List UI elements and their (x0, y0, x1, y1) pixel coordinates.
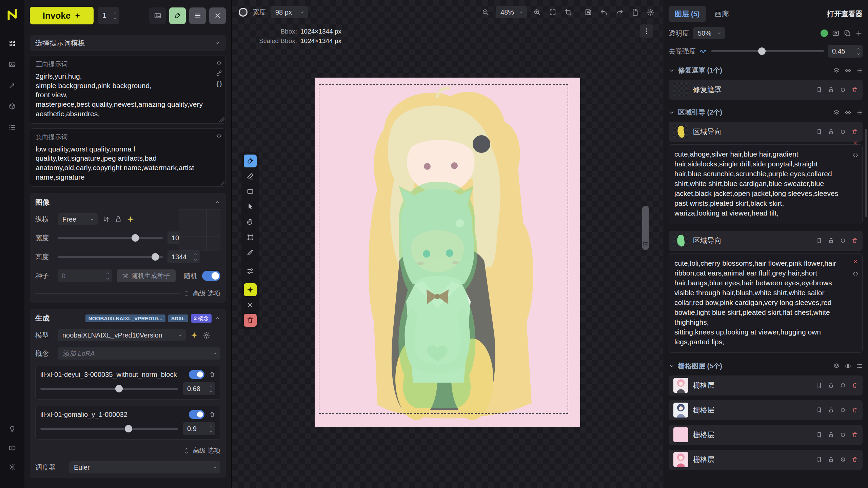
width-slider-knob[interactable] (132, 234, 139, 242)
resize-grip[interactable] (219, 180, 224, 185)
collapse-icon[interactable] (214, 315, 220, 321)
lock-aspect-icon[interactable] (115, 216, 122, 223)
lock-icon[interactable] (828, 456, 834, 463)
open-viewer-button[interactable]: 打开查看器 (827, 9, 863, 19)
merge-layers-icon[interactable] (833, 67, 840, 74)
visibility-icon[interactable] (845, 109, 851, 116)
section-menu-icon[interactable] (856, 67, 863, 74)
code-icon[interactable] (216, 133, 222, 139)
raster-layer-row[interactable]: 栅格层 (669, 425, 863, 445)
raster-layer-row[interactable]: 栅格层 (669, 400, 863, 420)
lock-icon[interactable] (828, 238, 834, 244)
rail-tab-gallery[interactable] (5, 58, 19, 71)
height-slider[interactable] (58, 250, 163, 263)
enabled-icon[interactable] (840, 407, 846, 413)
denoise-input[interactable]: 0.45 (828, 45, 863, 58)
code-icon[interactable] (216, 60, 222, 66)
delete-layer-icon[interactable] (852, 382, 858, 388)
tab-layers[interactable]: 图层 (5) (669, 6, 706, 22)
rail-tab-upscaling[interactable] (5, 79, 19, 92)
frame-icon[interactable] (832, 29, 840, 37)
delete-layer-icon[interactable] (852, 129, 858, 135)
negative-prompt-text[interactable]: low quality,worst quality,norma l qualit… (36, 144, 208, 182)
lock-icon[interactable] (828, 129, 834, 135)
layer-color-indicator[interactable] (821, 29, 828, 37)
random-seed-button[interactable]: 随机生成种子 (117, 269, 176, 282)
collapse-icon[interactable] (214, 199, 220, 205)
enabled-icon[interactable] (840, 382, 846, 388)
delete-prompt-icon[interactable] (852, 259, 859, 266)
delete-layer-icon[interactable] (852, 87, 858, 93)
bookmark-icon[interactable] (816, 407, 822, 413)
merge-layers-icon[interactable] (833, 109, 840, 116)
regional-prompt-box[interactable]: cute,ahoge,silver hair,blue hair,gradien… (669, 144, 863, 224)
prompt-template-select[interactable]: 选择提示词模板 (30, 35, 226, 51)
cancel-queue-button[interactable] (209, 7, 226, 24)
iterations-steppers[interactable] (113, 11, 117, 21)
width-slider[interactable] (58, 231, 163, 244)
lora-weight-knob[interactable] (125, 425, 132, 432)
inpaint-mask-layer-row[interactable]: 修复遮罩 (669, 80, 863, 100)
canvas-menu-button[interactable] (640, 24, 653, 38)
optimize-size-icon[interactable] (127, 216, 134, 223)
code-icon[interactable] (852, 271, 859, 278)
height-input[interactable]: 1344 (167, 250, 200, 263)
transform-tool-button[interactable] (244, 231, 257, 244)
bookmark-icon[interactable] (816, 382, 822, 388)
undo-icon[interactable] (600, 8, 608, 16)
enabled-icon[interactable] (840, 432, 846, 438)
panel-resize-handle[interactable] (642, 206, 649, 250)
lora-weight-input[interactable]: 0.9 (183, 422, 215, 435)
model-sparkle-icon[interactable] (191, 331, 198, 339)
regional-layer-row[interactable]: 区域导向 (669, 122, 863, 142)
advanced-options-button[interactable]: 高级 选项 (193, 289, 220, 298)
lock-icon[interactable] (828, 382, 834, 388)
delete-prompt-icon[interactable] (852, 140, 859, 147)
section-menu-icon[interactable] (856, 109, 863, 116)
tab-gallery[interactable]: 画廊 (709, 6, 735, 22)
delete-layer-button[interactable] (244, 314, 257, 327)
eraser-tool-button[interactable] (244, 170, 257, 183)
rect-tool-button[interactable] (244, 185, 257, 198)
denoise-curve-icon[interactable] (700, 47, 707, 55)
add-lora-select[interactable]: 添加 LoRA (58, 347, 220, 360)
regional-prompt-box[interactable]: cute,loli,cherry blossoms,hair flower,pi… (669, 253, 863, 353)
rail-tab-queue[interactable] (5, 121, 19, 134)
new-layer-icon[interactable] (631, 8, 639, 16)
lora-enabled-toggle[interactable] (189, 370, 204, 379)
rail-tab-generation[interactable] (5, 37, 19, 50)
settings-button[interactable] (5, 460, 19, 474)
zoom-in-icon[interactable] (533, 8, 541, 16)
add-layer-icon[interactable] (855, 29, 863, 37)
pan-tool-button[interactable] (244, 216, 257, 228)
regional-layer-row[interactable]: 区域导向 (669, 231, 863, 251)
advanced-options-button[interactable]: 高级 选项 (193, 446, 220, 455)
iterations-input[interactable]: 1 (98, 7, 119, 24)
enabled-icon[interactable] (840, 87, 846, 93)
positive-prompt-box[interactable]: 正向提示词 2girls,yuri,hug, simple background… (30, 56, 226, 124)
section-menu-icon[interactable] (856, 363, 863, 369)
positive-prompt-text[interactable]: 2girls,yuri,hug, simple background,pink … (36, 72, 208, 119)
fit-to-canvas-icon[interactable] (549, 8, 556, 16)
denoise-slider[interactable] (711, 45, 824, 58)
model-select[interactable]: noobaiXLNAIXL_vPred10Version (58, 329, 186, 341)
negative-prompt-box[interactable]: 负向提示词 low quality,worst quality,norma l … (30, 128, 226, 187)
brush-width-select[interactable]: 98 px (271, 6, 308, 18)
bookmark-icon[interactable] (816, 238, 822, 244)
save-canvas-icon[interactable] (585, 8, 592, 16)
canvas-settings-icon[interactable] (647, 8, 654, 16)
fit-bbox-icon[interactable] (565, 8, 572, 16)
resize-grip[interactable] (219, 117, 224, 122)
braces-icon[interactable]: { } (216, 80, 222, 87)
move-tool-button[interactable] (244, 200, 257, 213)
canvas-image[interactable] (315, 78, 580, 427)
bookmark-icon[interactable] (816, 456, 822, 463)
aspect-ratio-select[interactable]: Free (58, 213, 98, 225)
zoom-out-icon[interactable] (482, 8, 489, 16)
regional-guidance-section-header[interactable]: 区域引导 (2个) (669, 108, 863, 117)
send-to-canvas-button[interactable] (169, 7, 186, 24)
lock-icon[interactable] (828, 432, 834, 438)
enabled-icon[interactable] (840, 129, 846, 135)
lora-weight-input[interactable]: 0.68 (183, 382, 215, 395)
height-slider-knob[interactable] (152, 253, 159, 261)
